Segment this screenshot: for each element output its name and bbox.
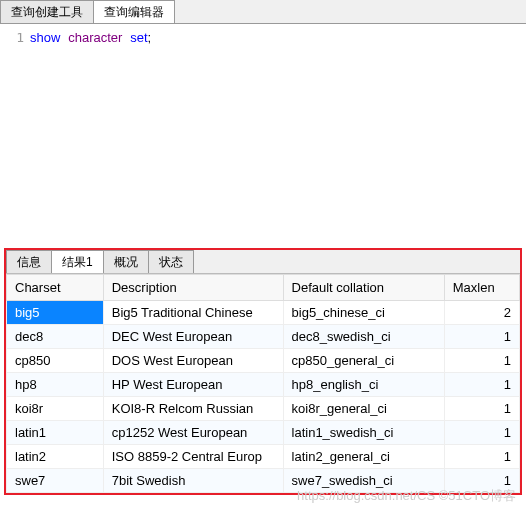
table-row[interactable]: cp850DOS West Europeancp850_general_ci1 [7,349,520,373]
cell-collation[interactable]: cp850_general_ci [283,349,444,373]
kw-show: show [30,30,60,45]
table-row[interactable]: hp8HP West Europeanhp8_english_ci1 [7,373,520,397]
kw-character: character [68,30,122,45]
cell-description[interactable]: DOS West European [103,349,283,373]
result-table: Charset Description Default collation Ma… [6,274,520,493]
tab-result1[interactable]: 结果1 [51,250,104,273]
code-line: show character set; [30,30,151,238]
cell-charset[interactable]: dec8 [7,325,104,349]
table-row[interactable]: big5Big5 Traditional Chinesebig5_chinese… [7,301,520,325]
table-header-row: Charset Description Default collation Ma… [7,275,520,301]
tab-profile[interactable]: 概况 [103,250,149,273]
table-row[interactable]: koi8rKOI8-R Relcom Russiankoi8r_general_… [7,397,520,421]
cell-description[interactable]: cp1252 West European [103,421,283,445]
line-gutter: 1 [10,30,30,238]
cell-description[interactable]: HP West European [103,373,283,397]
semicolon: ; [148,30,152,45]
col-description[interactable]: Description [103,275,283,301]
cell-maxlen[interactable]: 1 [444,325,519,349]
cell-collation[interactable]: koi8r_general_ci [283,397,444,421]
tab-info[interactable]: 信息 [6,250,52,273]
col-maxlen[interactable]: Maxlen [444,275,519,301]
cell-maxlen[interactable]: 1 [444,421,519,445]
cell-maxlen[interactable]: 1 [444,445,519,469]
cell-maxlen[interactable]: 2 [444,301,519,325]
kw-set: set [130,30,147,45]
cell-maxlen[interactable]: 1 [444,397,519,421]
cell-collation[interactable]: latin2_general_ci [283,445,444,469]
cell-charset[interactable]: big5 [7,301,104,325]
results-panel: 信息 结果1 概况 状态 Charset Description Default… [4,248,522,495]
cell-description[interactable]: DEC West European [103,325,283,349]
cell-charset[interactable]: koi8r [7,397,104,421]
tab-query-create[interactable]: 查询创建工具 [0,0,94,23]
cell-maxlen[interactable]: 1 [444,349,519,373]
result-tabs: 信息 结果1 概况 状态 [6,250,520,274]
cell-charset[interactable]: latin1 [7,421,104,445]
cell-collation[interactable]: latin1_swedish_ci [283,421,444,445]
col-charset[interactable]: Charset [7,275,104,301]
cell-charset[interactable]: swe7 [7,469,104,493]
table-row[interactable]: dec8DEC West Europeandec8_swedish_ci1 [7,325,520,349]
table-row[interactable]: latin2ISO 8859-2 Central Europlatin2_gen… [7,445,520,469]
cell-description[interactable]: KOI8-R Relcom Russian [103,397,283,421]
tab-status[interactable]: 状态 [148,250,194,273]
cell-maxlen[interactable]: 1 [444,469,519,493]
sql-editor[interactable]: 1 show character set; [0,24,526,244]
cell-collation[interactable]: dec8_swedish_ci [283,325,444,349]
cell-description[interactable]: Big5 Traditional Chinese [103,301,283,325]
table-row[interactable]: swe77bit Swedishswe7_swedish_ci1 [7,469,520,493]
cell-collation[interactable]: big5_chinese_ci [283,301,444,325]
cell-collation[interactable]: hp8_english_ci [283,373,444,397]
cell-description[interactable]: ISO 8859-2 Central Europ [103,445,283,469]
cell-charset[interactable]: cp850 [7,349,104,373]
tab-query-editor[interactable]: 查询编辑器 [93,0,175,23]
cell-charset[interactable]: hp8 [7,373,104,397]
cell-maxlen[interactable]: 1 [444,373,519,397]
col-collation[interactable]: Default collation [283,275,444,301]
cell-charset[interactable]: latin2 [7,445,104,469]
top-tabs: 查询创建工具 查询编辑器 [0,0,526,24]
cell-collation[interactable]: swe7_swedish_ci [283,469,444,493]
cell-description[interactable]: 7bit Swedish [103,469,283,493]
table-row[interactable]: latin1cp1252 West Europeanlatin1_swedish… [7,421,520,445]
